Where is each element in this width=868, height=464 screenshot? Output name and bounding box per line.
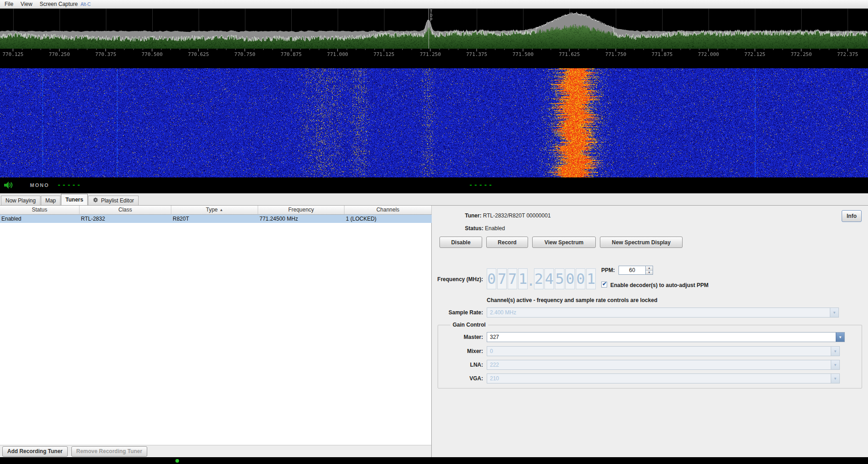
spinner-down-icon[interactable]: ▼: [646, 271, 653, 275]
frequency-digit[interactable]: 1: [586, 268, 596, 289]
new-spectrum-display-button[interactable]: New Spectrum Display: [600, 237, 683, 248]
mixer-gain-value: 0: [487, 347, 831, 356]
tab-tuners[interactable]: Tuners: [61, 194, 88, 205]
sample-rate-label: Sample Rate:: [436, 309, 483, 316]
spinner-up-icon[interactable]: ▲: [646, 266, 653, 271]
frequency-label: Frequency (MHz):: [436, 276, 483, 282]
view-spectrum-button[interactable]: View Spectrum: [532, 237, 596, 248]
tab-playlist-editor[interactable]: Playlist Editor: [88, 196, 139, 205]
status-label: Status:: [465, 225, 484, 232]
disable-button[interactable]: Disable: [439, 237, 482, 248]
tuner-value: RTL-2832/R820T 00000001: [483, 212, 551, 219]
chevron-down-icon[interactable]: ▼: [836, 333, 844, 342]
cell-class: RTL-2832: [80, 215, 171, 223]
lna-gain-value: 222: [487, 360, 831, 369]
tuner-table-row-selected[interactable]: Enabled RTL-2832 R820T 771.24500 MHz 1 (…: [0, 215, 432, 223]
taskbar-status-dot: [175, 459, 179, 463]
cell-type: R820T: [171, 215, 258, 223]
tab-now-playing[interactable]: Now Playing: [1, 196, 40, 205]
tuner-status-line: Status: Enabled: [465, 225, 505, 232]
column-header-type[interactable]: Type ▲: [171, 206, 258, 215]
tab-map[interactable]: Map: [41, 196, 60, 205]
frequency-digit[interactable]: 0: [576, 268, 585, 289]
sdr-application-window: File View Screen Capture Alt-C MONO ----…: [0, 0, 868, 464]
tuner-identity-line: Tuner: RTL-2832/R820T 00000001: [465, 212, 551, 219]
audio-channel-mode: MONO: [30, 182, 49, 188]
recording-tuner-button-bar: Add Recording Tuner Remove Recording Tun…: [0, 445, 431, 457]
audio-meter-left: -----: [57, 182, 82, 188]
ppm-value[interactable]: 60: [619, 266, 646, 275]
chevron-down-icon[interactable]: ▼: [831, 374, 839, 383]
tuners-tab-content: Status Class Type ▲ Frequency Channels E…: [0, 206, 868, 457]
frequency-digit[interactable]: 7: [497, 268, 507, 289]
info-button[interactable]: Info: [842, 210, 862, 222]
tuner-action-buttons: Disable Record View Spectrum New Spectru…: [439, 237, 683, 248]
auto-adjust-ppm-checkbox[interactable]: ✔: [601, 282, 607, 287]
master-gain-value: 327: [487, 333, 836, 342]
master-gain-label: Master:: [436, 334, 483, 340]
main-tab-bar: Now Playing Map Tuners Playlist Editor: [0, 193, 868, 206]
cell-frequency: 771.24500 MHz: [258, 215, 344, 223]
tuner-list-panel: Status Class Type ▲ Frequency Channels E…: [0, 206, 432, 457]
menu-screen-capture-label: Screen Capture: [40, 1, 78, 7]
status-value: Enabled: [485, 225, 505, 232]
lna-gain-combo[interactable]: 222 ▼: [487, 360, 840, 370]
speaker-icon[interactable]: [4, 181, 14, 191]
master-gain-combo[interactable]: 327 ▼: [487, 332, 845, 342]
add-recording-tuner-button[interactable]: Add Recording Tuner: [2, 446, 68, 457]
frequency-digit[interactable]: 2: [534, 268, 544, 289]
remove-recording-tuner-button[interactable]: Remove Recording Tuner: [71, 446, 147, 457]
record-button[interactable]: Record: [486, 237, 528, 248]
chevron-down-icon[interactable]: ▼: [831, 347, 839, 356]
frequency-digit[interactable]: 4: [544, 268, 554, 289]
column-header-frequency[interactable]: Frequency: [258, 206, 344, 215]
mixer-gain-combo[interactable]: 0 ▼: [487, 346, 840, 356]
sample-rate-value: 2.400 MHz: [487, 308, 830, 317]
audio-meter-right: -----: [469, 182, 494, 188]
tuner-label: Tuner:: [465, 212, 481, 219]
menu-screen-capture-shortcut: Alt-C: [80, 2, 90, 7]
ppm-spinner[interactable]: 60 ▲ ▼: [619, 266, 653, 275]
cell-channels: 1 (LOCKED): [344, 215, 432, 223]
spectrum-display[interactable]: [0, 9, 868, 57]
cell-status: Enabled: [0, 215, 80, 223]
menu-file[interactable]: File: [1, 0, 17, 8]
ppm-spinner-buttons: ▲ ▼: [646, 266, 653, 275]
tab-playlist-editor-label: Playlist Editor: [101, 197, 134, 204]
vga-gain-combo[interactable]: 210 ▼: [487, 373, 840, 383]
tuner-detail-panel: Tuner: RTL-2832/R820T 00000001 Info Stat…: [432, 206, 868, 457]
vga-gain-label: VGA:: [436, 375, 483, 382]
frequency-digit-control: 0 7 7 1 . 2 4 5 0 0 1: [487, 268, 596, 290]
menu-bar: File View Screen Capture Alt-C: [0, 0, 868, 9]
checkmark-icon: ✔: [602, 281, 607, 287]
column-header-type-label: Type: [206, 206, 218, 214]
menu-screen-capture[interactable]: Screen Capture Alt-C: [36, 0, 94, 8]
audio-status-bar: MONO ----- -----: [0, 177, 868, 193]
frequency-digit[interactable]: 5: [555, 268, 564, 289]
column-header-status[interactable]: Status: [0, 206, 80, 215]
taskbar: [0, 457, 868, 464]
frequency-digit[interactable]: 0: [487, 268, 496, 289]
sort-ascending-icon: ▲: [219, 206, 223, 214]
chevron-down-icon[interactable]: ▼: [830, 308, 838, 317]
frequency-digit[interactable]: 0: [565, 268, 575, 289]
menu-view[interactable]: View: [17, 0, 36, 8]
frequency-digit[interactable]: 7: [508, 268, 517, 289]
waterfall-display[interactable]: [0, 68, 868, 177]
gain-control-group-label: Gain Control: [450, 322, 488, 328]
column-header-channels[interactable]: Channels: [344, 206, 432, 215]
mixer-gain-label: Mixer:: [436, 348, 483, 354]
waterfall-empty-region: [0, 57, 868, 68]
auto-adjust-ppm-label: Enable decoder(s) to auto-adjust PPM: [610, 282, 708, 288]
frequency-decimal-point: .: [529, 268, 533, 290]
sample-rate-combo[interactable]: 2.400 MHz ▼: [487, 308, 839, 318]
chevron-down-icon[interactable]: ▼: [831, 360, 839, 369]
lna-gain-label: LNA:: [436, 362, 483, 368]
locked-message: Channel(s) active - frequency and sample…: [487, 297, 657, 303]
gear-icon: [93, 197, 99, 204]
ppm-label: PPM:: [601, 267, 615, 273]
tuner-table-header: Status Class Type ▲ Frequency Channels: [0, 206, 432, 215]
vga-gain-value: 210: [487, 374, 831, 383]
column-header-class[interactable]: Class: [80, 206, 171, 215]
